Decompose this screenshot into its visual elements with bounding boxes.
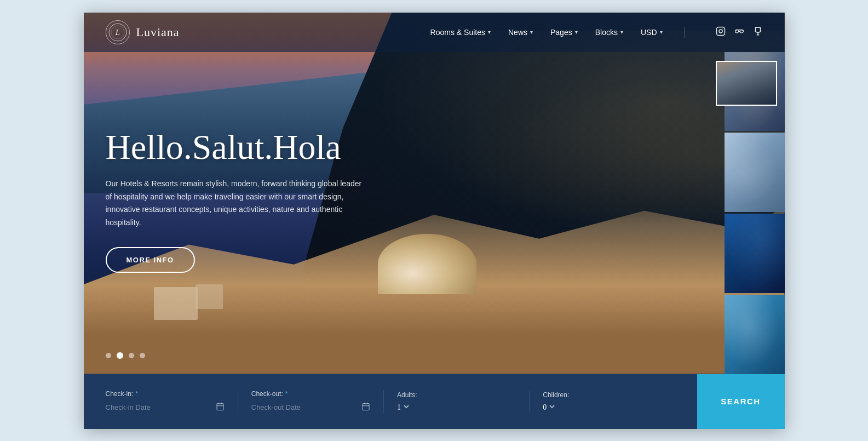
children-select-wrap: 0 — [543, 403, 662, 412]
checkin-required-marker: * — [135, 390, 138, 398]
checkin-field: Check-in: * — [106, 390, 238, 413]
children-chevron-icon — [549, 403, 555, 412]
nav-divider — [685, 27, 685, 38]
adults-value: 1 — [397, 403, 401, 412]
page-wrapper: L Luviana Rooms & Suites ▾ News ▾ Pages … — [84, 13, 785, 429]
adults-select-wrap: 1 — [397, 403, 516, 412]
chevron-down-icon: ▾ — [488, 29, 491, 35]
checkin-label: Check-in: * — [106, 390, 225, 398]
booking-bar: Check-in: * — [84, 374, 785, 429]
children-field: Children: 0 — [530, 391, 675, 412]
hero-section: L Luviana Rooms & Suites ▾ News ▾ Pages … — [84, 13, 785, 374]
social-icons — [716, 26, 763, 38]
slide-dot-1[interactable] — [106, 353, 111, 358]
foursquare-icon[interactable] — [753, 26, 763, 38]
nav-currency[interactable]: USD ▾ — [641, 28, 663, 37]
chevron-down-icon: ▾ — [620, 29, 623, 35]
building-2 — [196, 284, 223, 309]
hero-description: Our Hotels & Resorts remain stylish, mod… — [106, 177, 369, 230]
adults-chevron-icon — [403, 403, 410, 412]
svg-text:L: L — [115, 28, 120, 37]
selected-thumbnail[interactable] — [716, 61, 777, 106]
tripadvisor-icon[interactable] — [734, 26, 744, 38]
svg-rect-13 — [363, 403, 369, 410]
building-1 — [154, 287, 198, 320]
adults-field: Adults: 1 — [384, 391, 530, 412]
slide-dots — [106, 352, 145, 359]
checkin-input-wrap — [106, 402, 225, 413]
hero-title: Hello.Salut.Hola — [106, 128, 369, 166]
checkout-label: Check-out: * — [251, 390, 370, 398]
slide-dot-2[interactable] — [117, 352, 123, 359]
thumb-4[interactable] — [725, 214, 785, 293]
nav-blocks[interactable]: Blocks ▾ — [595, 28, 623, 37]
children-label: Children: — [543, 391, 662, 399]
booking-form: Check-in: * — [84, 374, 697, 429]
svg-rect-3 — [716, 27, 725, 35]
svg-point-4 — [719, 30, 722, 33]
instagram-icon[interactable] — [716, 26, 726, 38]
svg-point-5 — [722, 28, 723, 30]
slide-dot-3[interactable] — [129, 353, 134, 358]
more-info-button[interactable]: MORE INFO — [106, 247, 195, 273]
hero-content: Hello.Salut.Hola Our Hotels & Resorts re… — [106, 128, 369, 273]
brand-name: Luviana — [136, 25, 180, 39]
checkout-input-wrap — [251, 402, 370, 413]
checkout-field: Check-out: * — [238, 390, 384, 413]
logo-icon[interactable]: L — [106, 20, 130, 44]
chevron-down-icon: ▾ — [660, 29, 663, 35]
checkout-calendar-icon[interactable] — [361, 402, 370, 413]
chevron-down-icon: ▾ — [575, 29, 578, 35]
search-button[interactable]: SEARCH — [697, 374, 785, 429]
checkout-input[interactable] — [251, 403, 357, 411]
svg-point-8 — [738, 30, 740, 32]
logo-area: L Luviana — [106, 20, 180, 44]
nav-news[interactable]: News ▾ — [508, 28, 533, 37]
navbar: L Luviana Rooms & Suites ▾ News ▾ Pages … — [84, 13, 785, 52]
checkin-input[interactable] — [106, 403, 211, 411]
adults-label: Adults: — [397, 391, 516, 399]
thumb-3[interactable] — [725, 133, 785, 212]
thumb-5[interactable] — [725, 295, 785, 374]
slide-dot-4[interactable] — [140, 353, 145, 358]
nav-rooms[interactable]: Rooms & Suites ▾ — [430, 28, 491, 37]
nav-pages[interactable]: Pages ▾ — [550, 28, 578, 37]
checkin-calendar-icon[interactable] — [216, 402, 225, 413]
dome — [378, 234, 476, 294]
checkout-required-marker: * — [285, 390, 288, 398]
children-value: 0 — [543, 403, 547, 412]
nav-links: Rooms & Suites ▾ News ▾ Pages ▾ Blocks ▾… — [430, 26, 763, 38]
chevron-down-icon: ▾ — [530, 29, 533, 35]
svg-rect-9 — [217, 403, 223, 410]
